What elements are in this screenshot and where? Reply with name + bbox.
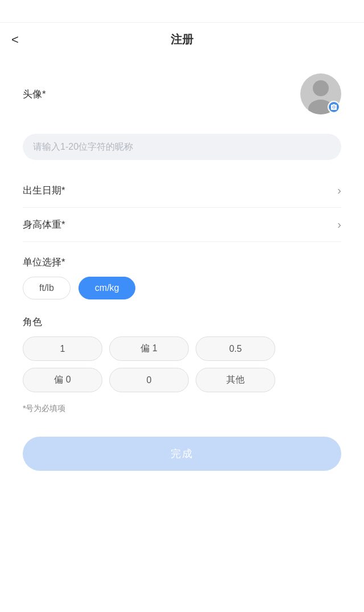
camera-badge[interactable] (328, 101, 340, 113)
role-0-button[interactable]: 0 (109, 368, 189, 392)
role-label: 角色 (23, 315, 341, 328)
height-weight-row[interactable]: 身高体重* › (23, 208, 341, 242)
height-weight-label: 身高体重* (23, 218, 65, 231)
nickname-input[interactable] (23, 134, 341, 160)
status-bar (0, 0, 364, 23)
role-section: 角色 1 偏 1 0.5 偏 0 0 其他 (23, 315, 341, 392)
role-05-button[interactable]: 0.5 (196, 336, 275, 361)
page-title: 注册 (171, 32, 193, 47)
unit-cmkg-button[interactable]: cm/kg (78, 277, 136, 299)
role-options: 1 偏 1 0.5 偏 0 0 其他 (23, 336, 341, 392)
required-note: *号为必填项 (23, 404, 341, 414)
role-pian0-button[interactable]: 偏 0 (23, 368, 102, 392)
role-pian1-button[interactable]: 偏 1 (109, 336, 189, 361)
birth-date-row[interactable]: 出生日期* › (23, 174, 341, 208)
role-1-button[interactable]: 1 (23, 336, 102, 361)
role-other-button[interactable]: 其他 (196, 368, 275, 392)
submit-button[interactable]: 完成 (23, 437, 341, 471)
birth-date-label: 出生日期* (23, 184, 65, 197)
header: < 注册 (0, 23, 364, 56)
nickname-section (23, 134, 341, 160)
avatar-label: 头像* (23, 88, 46, 101)
unit-label: 单位选择* (23, 256, 341, 269)
unit-section: 单位选择* ft/lb cm/kg (23, 256, 341, 299)
back-button[interactable]: < (11, 34, 19, 46)
avatar-upload[interactable] (300, 73, 341, 114)
birth-date-chevron: › (337, 184, 341, 197)
avatar-section: 头像* (23, 68, 341, 120)
content-area: 头像* 出生日期* › 身高体重* › 单位选择* (0, 56, 364, 482)
unit-ftlb-button[interactable]: ft/lb (23, 277, 71, 299)
unit-options: ft/lb cm/kg (23, 277, 341, 299)
height-weight-chevron: › (337, 218, 341, 231)
svg-point-0 (313, 80, 329, 96)
